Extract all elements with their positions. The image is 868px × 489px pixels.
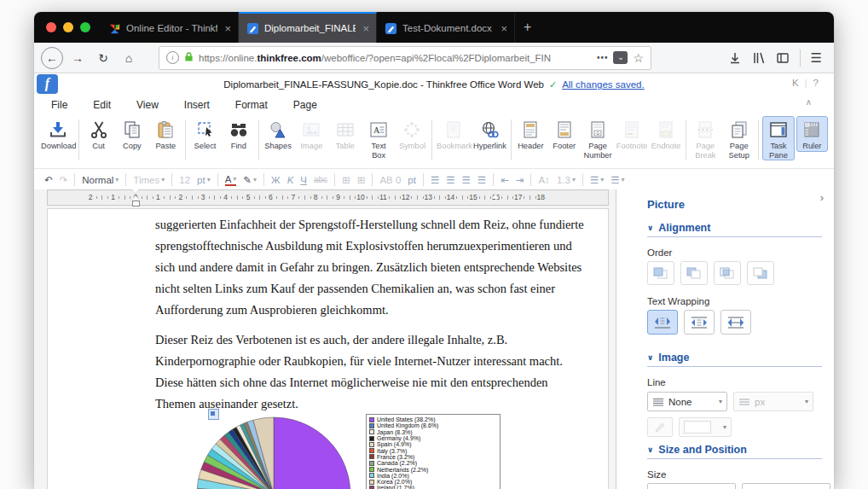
download-icon (41, 119, 74, 141)
paragraph-style-button[interactable]: Normal▾ (82, 175, 119, 185)
toolbar-button-label: Symbol (397, 142, 427, 151)
char-border-button: ⊞ (342, 174, 350, 186)
align-center-button[interactable]: ☰ (446, 174, 454, 186)
select-button[interactable]: Select (189, 116, 221, 152)
forward-button[interactable]: → (67, 47, 89, 69)
menu-file[interactable]: File (51, 99, 67, 111)
menu-view[interactable]: View (136, 99, 159, 111)
zoom-window-button[interactable] (80, 22, 90, 32)
menu-hamburger-icon[interactable]: ☰ (811, 50, 822, 66)
minimize-window-button[interactable] (63, 22, 73, 32)
dropdown-arrow-icon: ▾ (207, 176, 211, 183)
new-tab-button[interactable]: + (515, 12, 540, 43)
sidebar-toggle-icon[interactable] (776, 51, 790, 65)
footer-button[interactable]: Footer (548, 116, 580, 152)
help-button[interactable]: ? (813, 78, 819, 88)
shapes-button[interactable]: Shapes (262, 116, 293, 152)
ruler-tick (411, 196, 412, 199)
hanging-indent-marker[interactable] (132, 195, 139, 200)
italic-button[interactable]: K (287, 175, 294, 185)
align-justify-button[interactable]: ☰ (477, 174, 486, 186)
legend-label: United States (38.2%) (377, 416, 435, 422)
menu-edit[interactable]: Edit (93, 99, 111, 111)
menu-format[interactable]: Format (235, 99, 268, 111)
page-number-button[interactable]: -1-Page Number (582, 116, 613, 160)
char-spacing-unit-button[interactable]: pt (408, 175, 416, 185)
bookmark-star-icon[interactable]: ☆ (633, 51, 644, 65)
bullet-list-button[interactable]: ☰▾ (610, 174, 624, 186)
image-section-header[interactable]: ∨ Image (647, 352, 689, 364)
size-position-section-header[interactable]: ∨ Size and Position (647, 444, 747, 456)
download-button[interactable]: Download (40, 116, 75, 152)
highlight-color-button[interactable]: ✎▾ (243, 174, 257, 186)
text-box-button[interactable]: AText Box (362, 116, 394, 160)
right-indent-marker[interactable] (492, 194, 499, 199)
line-style-dropdown[interactable]: None▾ (647, 392, 727, 411)
legend-label: Ireland (1.7%) (377, 485, 414, 489)
back-button[interactable]: ← (41, 47, 63, 69)
height-spinner[interactable]: H px ▲▼ (742, 483, 830, 489)
width-spinner[interactable]: W px ▲▼ (647, 483, 736, 489)
ruler[interactable]: 210123456789101112131415161718 (47, 189, 609, 206)
text-line: Kinderpornographie oder Raubkopien, für … (155, 351, 592, 372)
legend-swatch (369, 473, 374, 478)
page-actions-icon[interactable]: ••• (597, 53, 609, 62)
pocket-icon[interactable]: ⌄ (613, 51, 628, 64)
menu-insert[interactable]: Insert (184, 99, 210, 111)
order-label: Order (647, 247, 672, 258)
downloads-icon[interactable] (728, 51, 742, 65)
document-text[interactable]: suggerierten Einfachheit der Sprengstoff… (155, 214, 592, 423)
font-size-unit-button[interactable]: pt▾ (197, 175, 211, 185)
header-button[interactable]: Header (515, 116, 547, 152)
url-bar[interactable]: i https://online.thinkfree.com/weboffice… (159, 46, 651, 70)
browser-tab[interactable]: Online Editor - Thinkfree× (101, 12, 239, 43)
menu-page[interactable]: Page (293, 99, 317, 111)
home-button[interactable]: ⌂ (118, 47, 140, 69)
tab-close-icon[interactable]: × (499, 22, 509, 35)
alignment-section-header[interactable]: ∨ Alignment (647, 222, 710, 234)
align-left-button[interactable]: ☰ (431, 174, 439, 186)
pie-chart-object[interactable] (193, 416, 363, 489)
tab-close-icon[interactable]: × (361, 22, 371, 35)
underline-button[interactable]: Ч (300, 175, 307, 185)
paragraph[interactable]: suggerierten Einfachheit der Sprengstoff… (155, 214, 592, 321)
paste-button[interactable]: Paste (150, 116, 182, 152)
library-icon[interactable] (752, 51, 766, 65)
paragraph[interactable]: Dieser Reiz des Verbotenen ist es auch, … (155, 329, 592, 415)
task-pane-button[interactable]: Task Pane (762, 116, 794, 160)
page-setup-button[interactable]: Page Setup (723, 116, 755, 160)
hyperlink-button[interactable]: Hyperlink (472, 116, 507, 152)
document-page[interactable]: suggerierten Einfachheit der Sprengstoff… (47, 208, 609, 489)
indent-increase-button[interactable]: ⇥ (516, 174, 524, 186)
ruler-tick (147, 195, 148, 200)
undo-button[interactable]: ↶ (44, 174, 53, 186)
left-indent-marker[interactable] (132, 201, 140, 207)
all-changes-saved-link[interactable]: All changes saved. (562, 79, 645, 90)
browser-tab-active[interactable]: Diplomarbeit_FINALE-FASSUNG× (239, 12, 377, 43)
close-window-button[interactable] (46, 22, 56, 32)
wrap-square-button[interactable] (684, 310, 715, 335)
footnote-icon (616, 119, 648, 141)
indent-decrease-button[interactable]: ⇤ (501, 174, 509, 186)
tab-close-icon[interactable]: × (223, 22, 233, 35)
wrap-through-button[interactable] (720, 310, 751, 335)
font-color-button[interactable]: A▾ (225, 174, 237, 186)
legend-item: Korea (2.0%) (369, 479, 497, 485)
first-line-indent-marker[interactable] (132, 189, 139, 194)
browser-tab[interactable]: Test-Dokument.docx - Thinkfre× (377, 12, 515, 43)
find-button[interactable]: Find (223, 116, 254, 152)
numbered-list-button[interactable]: ☰▾ (590, 174, 604, 186)
image-icon (297, 119, 327, 141)
wrap-inline-button[interactable] (647, 310, 678, 335)
ruler-button[interactable]: Ruler (796, 116, 828, 152)
shortcut-hint[interactable]: K (792, 78, 799, 88)
site-info-icon[interactable]: i (166, 51, 179, 64)
copy-button[interactable]: Copy (116, 116, 148, 152)
collapse-toolbar-icon[interactable]: ∧ (806, 97, 812, 107)
textbox-icon: A (363, 119, 393, 141)
bold-button[interactable]: Ж (271, 175, 281, 185)
align-right-button[interactable]: ☰ (462, 174, 471, 186)
reload-button[interactable]: ↻ (92, 47, 114, 69)
cut-button[interactable]: Cut (83, 116, 114, 152)
task-pane-collapse-icon[interactable]: › (820, 191, 824, 204)
